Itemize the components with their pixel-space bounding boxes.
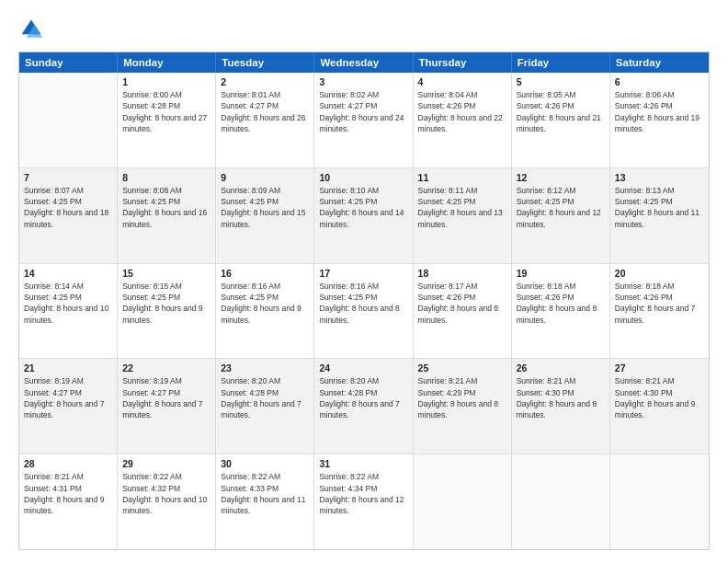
- day-cell-14: 14Sunrise: 8:14 AMSunset: 4:25 PMDayligh…: [19, 264, 118, 359]
- header-day-saturday: Saturday: [610, 52, 709, 73]
- logo: [18, 17, 48, 42]
- calendar-row-3: 14Sunrise: 8:14 AMSunset: 4:25 PMDayligh…: [19, 263, 709, 359]
- day-cell-29: 29Sunrise: 8:22 AMSunset: 4:32 PMDayligh…: [118, 454, 216, 549]
- cell-info: Sunrise: 8:01 AMSunset: 4:27 PMDaylight:…: [221, 89, 309, 134]
- day-cell-31: 31Sunrise: 8:22 AMSunset: 4:34 PMDayligh…: [314, 454, 413, 549]
- day-cell-3: 3Sunrise: 8:02 AMSunset: 4:27 PMDaylight…: [314, 73, 413, 167]
- day-number: 4: [418, 76, 506, 87]
- empty-cell: [414, 454, 512, 549]
- cell-info: Sunrise: 8:02 AMSunset: 4:27 PMDaylight:…: [319, 89, 407, 134]
- day-number: 27: [615, 362, 704, 373]
- day-number: 12: [517, 172, 605, 183]
- cell-info: Sunrise: 8:21 AMSunset: 4:29 PMDaylight:…: [418, 375, 506, 420]
- calendar-row-5: 28Sunrise: 8:21 AMSunset: 4:31 PMDayligh…: [19, 454, 709, 549]
- day-cell-20: 20Sunrise: 8:18 AMSunset: 4:26 PMDayligh…: [610, 264, 709, 359]
- day-cell-5: 5Sunrise: 8:05 AMSunset: 4:26 PMDaylight…: [512, 73, 610, 167]
- day-number: 17: [319, 268, 407, 279]
- day-number: 1: [122, 76, 210, 87]
- logo-icon: [18, 17, 44, 42]
- cell-info: Sunrise: 8:15 AMSunset: 4:25 PMDaylight:…: [122, 281, 210, 326]
- header-day-thursday: Thursday: [414, 52, 512, 73]
- day-number: 14: [24, 268, 112, 279]
- day-number: 10: [319, 172, 407, 183]
- cell-info: Sunrise: 8:14 AMSunset: 4:25 PMDaylight:…: [24, 281, 112, 326]
- day-cell-7: 7Sunrise: 8:07 AMSunset: 4:25 PMDaylight…: [19, 168, 118, 263]
- cell-info: Sunrise: 8:05 AMSunset: 4:26 PMDaylight:…: [517, 89, 605, 134]
- day-number: 19: [517, 268, 605, 279]
- day-number: 15: [122, 268, 210, 279]
- day-number: 18: [418, 268, 506, 279]
- day-number: 24: [319, 362, 407, 373]
- header-day-friday: Friday: [512, 52, 610, 73]
- cell-info: Sunrise: 8:19 AMSunset: 4:27 PMDaylight:…: [122, 375, 210, 420]
- day-number: 21: [24, 362, 112, 373]
- cell-info: Sunrise: 8:21 AMSunset: 4:30 PMDaylight:…: [615, 375, 704, 420]
- day-cell-18: 18Sunrise: 8:17 AMSunset: 4:26 PMDayligh…: [414, 264, 512, 359]
- cell-info: Sunrise: 8:09 AMSunset: 4:25 PMDaylight:…: [221, 185, 309, 230]
- cell-info: Sunrise: 8:22 AMSunset: 4:32 PMDaylight:…: [122, 471, 210, 516]
- day-cell-30: 30Sunrise: 8:22 AMSunset: 4:33 PMDayligh…: [216, 454, 314, 549]
- calendar-header: SundayMondayTuesdayWednesdayThursdayFrid…: [19, 52, 709, 73]
- calendar-row-2: 7Sunrise: 8:07 AMSunset: 4:25 PMDaylight…: [19, 167, 709, 263]
- day-cell-6: 6Sunrise: 8:06 AMSunset: 4:26 PMDaylight…: [610, 73, 709, 167]
- cell-info: Sunrise: 8:10 AMSunset: 4:25 PMDaylight:…: [319, 185, 407, 230]
- cell-info: Sunrise: 8:06 AMSunset: 4:26 PMDaylight:…: [615, 89, 704, 134]
- day-number: 5: [517, 76, 605, 87]
- calendar-row-1: 1Sunrise: 8:00 AMSunset: 4:28 PMDaylight…: [19, 73, 709, 167]
- day-cell-27: 27Sunrise: 8:21 AMSunset: 4:30 PMDayligh…: [610, 359, 709, 454]
- day-cell-11: 11Sunrise: 8:11 AMSunset: 4:25 PMDayligh…: [414, 168, 512, 263]
- day-number: 26: [517, 362, 605, 373]
- cell-info: Sunrise: 8:17 AMSunset: 4:26 PMDaylight:…: [418, 281, 506, 326]
- cell-info: Sunrise: 8:12 AMSunset: 4:25 PMDaylight:…: [517, 185, 605, 230]
- day-number: 13: [615, 172, 704, 183]
- cell-info: Sunrise: 8:21 AMSunset: 4:31 PMDaylight:…: [24, 471, 112, 516]
- cell-info: Sunrise: 8:20 AMSunset: 4:28 PMDaylight:…: [221, 375, 309, 420]
- day-number: 29: [122, 458, 210, 469]
- day-number: 31: [319, 458, 407, 469]
- cell-info: Sunrise: 8:16 AMSunset: 4:25 PMDaylight:…: [319, 281, 407, 326]
- day-number: 25: [418, 362, 506, 373]
- cell-info: Sunrise: 8:20 AMSunset: 4:28 PMDaylight:…: [319, 375, 407, 420]
- cell-info: Sunrise: 8:18 AMSunset: 4:26 PMDaylight:…: [615, 281, 704, 326]
- cell-info: Sunrise: 8:00 AMSunset: 4:28 PMDaylight:…: [122, 89, 210, 134]
- page: SundayMondayTuesdayWednesdayThursdayFrid…: [0, 0, 728, 563]
- cell-info: Sunrise: 8:22 AMSunset: 4:34 PMDaylight:…: [319, 471, 407, 516]
- day-number: 2: [221, 76, 309, 87]
- day-number: 30: [221, 458, 309, 469]
- day-cell-19: 19Sunrise: 8:18 AMSunset: 4:26 PMDayligh…: [512, 264, 610, 359]
- day-cell-9: 9Sunrise: 8:09 AMSunset: 4:25 PMDaylight…: [216, 168, 314, 263]
- day-number: 8: [122, 172, 210, 183]
- cell-info: Sunrise: 8:22 AMSunset: 4:33 PMDaylight:…: [221, 471, 309, 516]
- day-cell-13: 13Sunrise: 8:13 AMSunset: 4:25 PMDayligh…: [610, 168, 709, 263]
- empty-cell: [610, 454, 709, 549]
- day-number: 9: [221, 172, 309, 183]
- day-number: 28: [24, 458, 112, 469]
- cell-info: Sunrise: 8:19 AMSunset: 4:27 PMDaylight:…: [24, 375, 112, 420]
- cell-info: Sunrise: 8:13 AMSunset: 4:25 PMDaylight:…: [615, 185, 704, 230]
- header: [18, 17, 710, 42]
- cell-info: Sunrise: 8:04 AMSunset: 4:26 PMDaylight:…: [418, 89, 506, 134]
- day-cell-2: 2Sunrise: 8:01 AMSunset: 4:27 PMDaylight…: [216, 73, 314, 167]
- day-cell-8: 8Sunrise: 8:08 AMSunset: 4:25 PMDaylight…: [118, 168, 216, 263]
- day-cell-16: 16Sunrise: 8:16 AMSunset: 4:25 PMDayligh…: [216, 264, 314, 359]
- cell-info: Sunrise: 8:21 AMSunset: 4:30 PMDaylight:…: [517, 375, 605, 420]
- day-number: 11: [418, 172, 506, 183]
- header-day-monday: Monday: [118, 52, 216, 73]
- calendar-row-4: 21Sunrise: 8:19 AMSunset: 4:27 PMDayligh…: [19, 358, 709, 454]
- calendar-body: 1Sunrise: 8:00 AMSunset: 4:28 PMDaylight…: [19, 73, 709, 549]
- cell-info: Sunrise: 8:18 AMSunset: 4:26 PMDaylight:…: [517, 281, 605, 326]
- day-number: 22: [122, 362, 210, 373]
- header-day-wednesday: Wednesday: [314, 52, 413, 73]
- day-cell-22: 22Sunrise: 8:19 AMSunset: 4:27 PMDayligh…: [118, 359, 216, 454]
- day-cell-26: 26Sunrise: 8:21 AMSunset: 4:30 PMDayligh…: [512, 359, 610, 454]
- header-day-sunday: Sunday: [19, 52, 118, 73]
- day-cell-4: 4Sunrise: 8:04 AMSunset: 4:26 PMDaylight…: [414, 73, 512, 167]
- day-cell-1: 1Sunrise: 8:00 AMSunset: 4:28 PMDaylight…: [118, 73, 216, 167]
- cell-info: Sunrise: 8:16 AMSunset: 4:25 PMDaylight:…: [221, 281, 309, 326]
- day-cell-23: 23Sunrise: 8:20 AMSunset: 4:28 PMDayligh…: [216, 359, 314, 454]
- cell-info: Sunrise: 8:08 AMSunset: 4:25 PMDaylight:…: [122, 185, 210, 230]
- day-number: 16: [221, 268, 309, 279]
- cell-info: Sunrise: 8:07 AMSunset: 4:25 PMDaylight:…: [24, 185, 112, 230]
- day-cell-24: 24Sunrise: 8:20 AMSunset: 4:28 PMDayligh…: [314, 359, 413, 454]
- day-cell-15: 15Sunrise: 8:15 AMSunset: 4:25 PMDayligh…: [118, 264, 216, 359]
